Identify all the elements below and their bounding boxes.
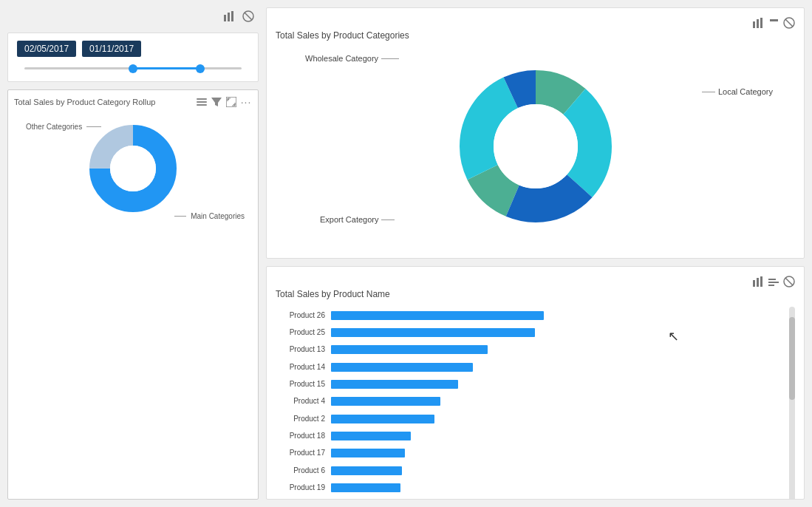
bar-label: Product 15 [276, 380, 325, 389]
bar-row [331, 344, 780, 355]
scrollbar-thumb[interactable] [789, 317, 795, 400]
bar-chart-card: Total Sales by Product Name Product 26Pr… [266, 266, 805, 500]
large-donut-column-icon[interactable] [768, 17, 779, 29]
bar-fill[interactable] [331, 328, 535, 337]
bar-row [331, 483, 780, 493]
small-donut-label-main: Main Categories [174, 212, 245, 220]
bar-row [331, 379, 780, 389]
svg-rect-2 [231, 11, 233, 21]
svg-line-4 [245, 13, 252, 20]
bar-label: Product 6 [276, 466, 325, 475]
slider-handle-right[interactable] [196, 64, 205, 73]
svg-point-11 [110, 146, 156, 191]
small-donut-area: Other Categories Main Categories [14, 109, 252, 228]
bar-fill[interactable] [331, 345, 488, 354]
bar-chart-icon[interactable] [222, 9, 236, 24]
bar-label: Product 2 [276, 415, 325, 423]
bar-chart-area: Product 26Product 25Product 13Product 14… [276, 307, 795, 500]
large-donut-toolbar [276, 16, 795, 30]
local-label: Local Category [702, 87, 773, 96]
bar-chart-column-icon[interactable] [768, 276, 779, 287]
bar-row [331, 327, 780, 338]
bar-fill[interactable] [331, 363, 473, 372]
large-donut-svg [451, 61, 621, 231]
bar-row [331, 448, 780, 458]
bar-fill[interactable] [331, 397, 440, 406]
bar-label: Product 18 [276, 432, 325, 440]
scrollbar[interactable] [789, 307, 795, 500]
bar-fill[interactable] [331, 380, 458, 389]
bar-fill[interactable] [331, 483, 400, 492]
bar-fill[interactable] [331, 415, 434, 423]
bar-label: Product 19 [276, 483, 325, 492]
small-donut-toolbar: ··· [196, 96, 252, 108]
bar-label: Product 25 [276, 328, 325, 337]
small-donut-label-other: Other Categories [26, 123, 101, 131]
large-donut-card: Total Sales by Product Categories Wholes… [266, 7, 805, 259]
svg-rect-27 [768, 282, 779, 283]
left-panel: 02/05/2017 01/11/2017 [7, 7, 259, 500]
dashboard-layout: 02/05/2017 01/11/2017 [0, 0, 812, 507]
bar-row [331, 414, 780, 424]
bar-label: Product 4 [276, 397, 325, 406]
bar-fill[interactable] [331, 311, 544, 320]
bar-row [331, 362, 780, 372]
svg-rect-25 [757, 278, 759, 287]
date-range-container: 02/05/2017 01/11/2017 [7, 33, 259, 82]
bar-labels: Product 26Product 25Product 13Product 14… [276, 307, 331, 500]
small-donut-svg [85, 120, 181, 217]
bars-container [331, 307, 795, 500]
date-badges: 02/05/2017 01/11/2017 [17, 41, 249, 57]
svg-rect-28 [768, 279, 776, 280]
bar-row [331, 310, 780, 321]
bar-label: Product 13 [276, 345, 325, 354]
svg-point-23 [494, 104, 578, 188]
svg-rect-0 [224, 15, 226, 21]
large-donut-bar-icon[interactable] [752, 17, 764, 29]
slider-handle-left[interactable] [129, 64, 137, 73]
bar-fill[interactable] [331, 432, 411, 440]
bar-label: Product 26 [276, 311, 325, 320]
small-donut-filter-icon[interactable] [211, 96, 222, 108]
svg-rect-24 [753, 280, 755, 287]
svg-rect-13 [757, 19, 759, 28]
large-donut-block-icon[interactable] [783, 17, 795, 29]
svg-rect-14 [760, 18, 762, 28]
bar-chart-bar-icon[interactable] [752, 276, 764, 287]
bar-label: Product 17 [276, 449, 325, 457]
svg-rect-1 [228, 13, 230, 21]
svg-line-19 [785, 19, 793, 27]
bar-fill[interactable] [331, 449, 405, 457]
small-donut-card: ··· Total Sales by Product Category Roll… [7, 89, 259, 500]
end-date-badge[interactable]: 01/11/2017 [82, 41, 141, 57]
small-donut-expand-icon[interactable] [225, 96, 237, 108]
large-donut-title: Total Sales by Product Categories [276, 30, 795, 41]
svg-rect-6 [197, 101, 207, 103]
date-slider[interactable] [17, 67, 249, 69]
svg-rect-17 [770, 19, 778, 21]
bar-chart-block-icon[interactable] [783, 276, 795, 287]
small-donut-menu-icon[interactable] [196, 96, 208, 108]
bar-row [331, 431, 780, 441]
left-top-toolbar [7, 7, 259, 25]
small-donut-more-icon[interactable]: ··· [240, 96, 252, 108]
start-date-badge[interactable]: 02/05/2017 [17, 41, 76, 57]
bar-fill[interactable] [331, 466, 402, 475]
right-panel: Total Sales by Product Categories Wholes… [266, 7, 805, 500]
svg-rect-5 [197, 98, 207, 100]
large-donut-area: Wholesale Category Local Category Export… [276, 47, 795, 246]
bar-label: Product 14 [276, 363, 325, 372]
bar-row [331, 396, 780, 406]
export-label: Export Category [320, 215, 395, 224]
svg-line-31 [785, 278, 793, 285]
wholesale-label: Wholesale Category [305, 54, 399, 63]
svg-rect-29 [768, 285, 774, 286]
svg-rect-7 [197, 104, 207, 106]
bar-chart-toolbar [276, 274, 795, 289]
svg-rect-12 [753, 21, 755, 28]
svg-rect-26 [760, 276, 762, 287]
block-icon[interactable] [241, 9, 256, 24]
bar-row [331, 466, 780, 476]
bar-chart-title: Total Sales by Product Name [276, 289, 795, 299]
